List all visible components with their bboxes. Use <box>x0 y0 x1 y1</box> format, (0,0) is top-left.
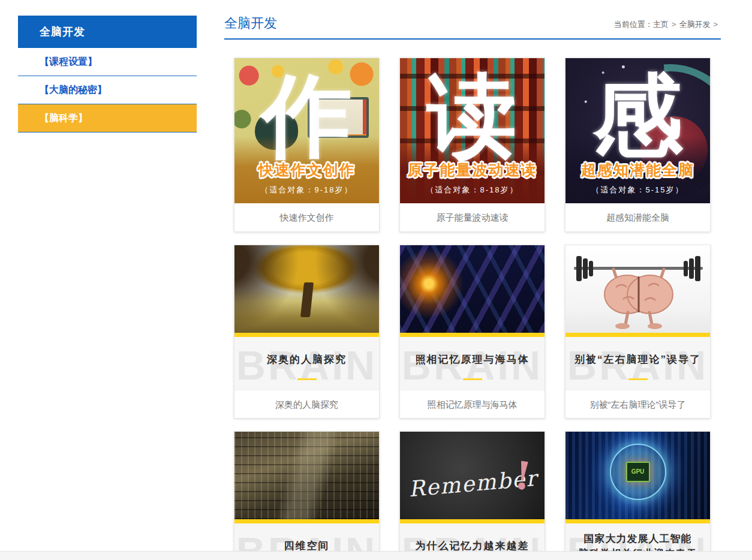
gpu-chip-icon: GPU <box>626 462 650 482</box>
course-card-supersense[interactable]: 感 超感知潜能全脑 （适合对象：5-15岁） 超感知潜能全脑 <box>565 58 711 232</box>
course-grid: 作 快速作文创作 （适合对象：9-18岁） 快速作文创作 读 原子能量波动速读 … <box>234 58 711 560</box>
poster-age-range: （适合对象：5-15岁） <box>565 185 710 195</box>
card-caption: 原子能量波动速读 <box>400 203 545 231</box>
article-thumbnail-brain-barbell <box>565 245 710 333</box>
article-title: 四维空间 <box>234 523 379 553</box>
article-thumbnail-tesseract <box>234 432 379 519</box>
breadcrumb-label: 当前位置： <box>614 20 653 29</box>
article-title-area: BRAIN 照相记忆原理与海马体 <box>400 337 545 390</box>
breadcrumb-separator-end: > <box>713 20 718 29</box>
breadcrumb-current-link[interactable]: 全脑开发 <box>679 20 710 29</box>
article-thumbnail-neurons <box>400 245 545 333</box>
chalk-exclamation: ! <box>512 453 534 499</box>
article-card-4d-space[interactable]: BRAIN 四维空间 <box>234 431 380 560</box>
card-caption: 照相记忆原理与海马体 <box>400 390 545 418</box>
yellow-divider <box>297 378 317 380</box>
page-title: 全脑开发 <box>224 14 277 32</box>
yellow-stripe <box>565 519 710 523</box>
article-card-photographic-memory[interactable]: BRAIN 照相记忆原理与海马体 照相记忆原理与海马体 <box>399 245 545 419</box>
sidebar-item-course-setup[interactable]: 【课程设置】 <box>18 48 197 76</box>
sidebar-item-brain-science[interactable]: 【脑科学】 <box>18 104 197 133</box>
poster-big-character: 感 <box>565 67 710 165</box>
article-thumbnail-chalkboard: Remember ! <box>400 432 545 519</box>
yellow-stripe <box>400 519 545 523</box>
poster-age-range: （适合对象：8-18岁） <box>400 185 545 195</box>
yellow-stripe <box>565 333 710 337</box>
yellow-stripe <box>400 333 545 337</box>
card-caption: 深奥的人脑探究 <box>234 390 379 418</box>
article-thumbnail-brain-tree <box>234 245 379 333</box>
sidebar-title: 全脑开发 <box>18 16 197 48</box>
main-content: 全脑开发 当前位置：主页>全脑开发> 作 快速作文创作 （适合对象：9-18岁）… <box>224 14 721 560</box>
article-card-brain-exploration[interactable]: BRAIN 深奥的人脑探究 深奥的人脑探究 <box>234 245 380 419</box>
footer-strip <box>0 551 752 560</box>
breadcrumb-home-link[interactable]: 主页 <box>653 20 669 29</box>
poster-course-name: 超感知潜能全脑 <box>565 160 710 180</box>
article-thumbnail-ai-brain: GPU <box>565 432 710 519</box>
course-poster-image: 感 超感知潜能全脑 （适合对象：5-15岁） <box>565 58 710 203</box>
article-title: 深奥的人脑探究 <box>234 337 379 366</box>
poster-age-range: （适合对象：9-18岁） <box>234 185 379 195</box>
article-title-area: BRAIN 深奥的人脑探究 <box>234 337 379 390</box>
course-poster-image: 作 快速作文创作 （适合对象：9-18岁） <box>234 58 379 203</box>
poster-big-character: 读 <box>400 67 545 165</box>
card-caption: 别被“左右脑理论”误导了 <box>565 390 710 418</box>
article-title: 为什么记忆力越来越差 <box>400 523 545 553</box>
poster-course-name: 快速作文创作 <box>234 160 379 180</box>
yellow-stripe <box>234 333 379 337</box>
course-card-writing[interactable]: 作 快速作文创作 （适合对象：9-18岁） 快速作文创作 <box>234 58 380 232</box>
sidebar-item-brain-secrets[interactable]: 【大脑的秘密】 <box>18 76 197 104</box>
poster-course-name: 原子能量波动速读 <box>400 160 545 180</box>
article-title: 别被“左右脑理论”误导了 <box>565 337 710 366</box>
breadcrumb: 当前位置：主页>全脑开发> <box>614 19 721 32</box>
article-title-area: BRAIN 别被“左右脑理论”误导了 <box>565 337 710 390</box>
main-header: 全脑开发 当前位置：主页>全脑开发> <box>224 14 721 40</box>
card-caption: 快速作文创作 <box>234 203 379 231</box>
course-poster-image: 读 原子能量波动速读 （适合对象：8-18岁） <box>400 58 545 203</box>
brain-barbell-illustration <box>565 245 710 333</box>
course-card-speed-reading[interactable]: 读 原子能量波动速读 （适合对象：8-18岁） 原子能量波动速读 <box>399 58 545 232</box>
article-card-memory-decline[interactable]: Remember ! BRAIN 为什么记忆力越来越差 <box>399 431 545 560</box>
article-card-ai-industry[interactable]: GPU BRAIN 国家大力发展人工智能 脑科学相关行业迎来春天 <box>565 431 711 560</box>
yellow-stripe <box>234 519 379 523</box>
breadcrumb-separator: > <box>672 20 676 29</box>
article-title: 照相记忆原理与海马体 <box>400 337 545 366</box>
sidebar: 全脑开发 【课程设置】 【大脑的秘密】 【脑科学】 <box>18 16 197 133</box>
card-caption: 超感知潜能全脑 <box>565 203 710 231</box>
yellow-divider <box>628 378 648 380</box>
poster-big-character: 作 <box>234 67 379 165</box>
article-title-line1: 国家大力发展人工智能 <box>565 531 710 546</box>
yellow-divider <box>463 378 482 380</box>
article-card-left-right-brain[interactable]: BRAIN 别被“左右脑理论”误导了 别被“左右脑理论”误导了 <box>565 245 711 419</box>
